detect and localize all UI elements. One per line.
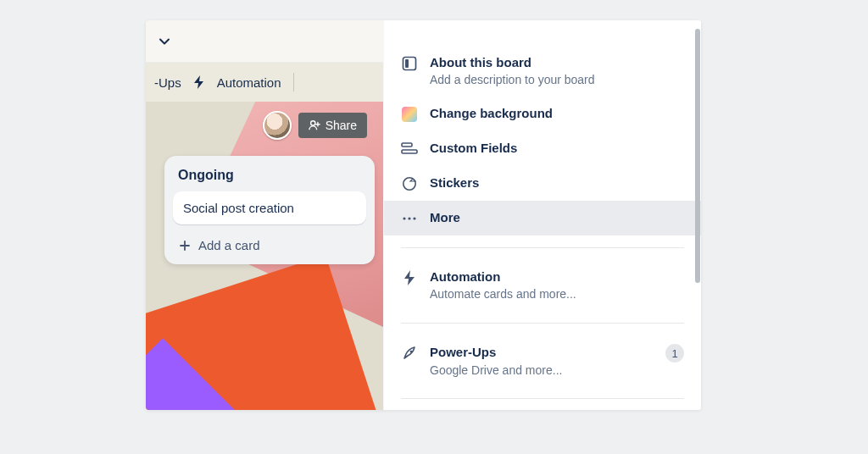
toolbar-divider: [293, 73, 294, 91]
chevron-down-button[interactable]: [153, 30, 176, 53]
menu-item-title: Power-Ups: [430, 344, 654, 361]
add-card-button[interactable]: Add a card: [173, 233, 366, 254]
topbar: [146, 20, 383, 63]
svg-rect-3: [402, 143, 412, 147]
board-toolbar-right: Share: [146, 102, 383, 149]
menu-divider: [401, 323, 684, 324]
menu-custom-fields[interactable]: Custom Fields: [384, 131, 701, 166]
svg-point-8: [413, 218, 415, 220]
svg-rect-4: [402, 150, 417, 153]
more-icon: [401, 210, 418, 227]
chevron-down-icon: [158, 35, 171, 48]
scrollbar[interactable]: [693, 20, 701, 410]
menu-item-title: Custom Fields: [430, 140, 684, 157]
plus-icon: [178, 239, 192, 252]
svg-point-6: [403, 218, 405, 220]
card[interactable]: Social post creation: [173, 191, 366, 224]
svg-rect-2: [405, 59, 409, 68]
menu-item-subtitle: Add a description to your board: [430, 72, 684, 88]
custom-fields-icon: [401, 141, 418, 158]
menu-power-ups[interactable]: Power-Ups Google Drive and more... 1: [384, 335, 701, 386]
add-card-label: Add a card: [198, 238, 260, 252]
menu-stickers[interactable]: Stickers: [384, 166, 701, 201]
rocket-icon: [401, 345, 418, 362]
board-toolbar: -Ups Automation: [146, 63, 383, 102]
menu-divider: [401, 398, 684, 399]
list-ongoing[interactable]: Ongoing Social post creation Add a card: [164, 156, 375, 264]
menu-divider: [401, 247, 684, 248]
menu-automation[interactable]: Automation Automate cards and more...: [384, 260, 701, 311]
add-user-icon: [309, 119, 320, 131]
list-title[interactable]: Ongoing: [173, 168, 366, 191]
svg-rect-1: [403, 58, 416, 70]
svg-point-7: [408, 218, 410, 220]
bolt-icon: [401, 269, 418, 286]
menu-item-title: Stickers: [430, 174, 684, 191]
board-menu-panel: About this board Add a description to yo…: [383, 20, 701, 410]
toolbar-divider: [374, 116, 375, 135]
menu-item-title: Automation: [430, 269, 684, 285]
scroll-thumb[interactable]: [695, 29, 700, 283]
menu-about-board[interactable]: About this board Add a description to yo…: [384, 46, 701, 97]
menu-change-background[interactable]: Change background: [384, 97, 701, 131]
automation-toolbar-button[interactable]: Automation: [217, 75, 281, 90]
board-icon: [401, 55, 418, 72]
share-button[interactable]: Share: [298, 113, 367, 138]
menu-item-subtitle: Automate cards and more...: [430, 286, 684, 302]
app-window: -Ups Automation Share Ongoing Social pos…: [146, 20, 701, 410]
menu-item-title: About this board: [430, 54, 684, 71]
powerups-label-tail[interactable]: -Ups: [154, 75, 181, 90]
svg-point-0: [310, 121, 314, 125]
background-swatch-icon: [401, 106, 418, 123]
card-title: Social post creation: [183, 201, 294, 215]
menu-item-title: More: [430, 209, 684, 226]
svg-point-9: [410, 351, 413, 353]
menu-item-subtitle: Google Drive and more...: [430, 363, 654, 379]
avatar[interactable]: [263, 111, 292, 140]
share-label: Share: [326, 119, 357, 132]
sticker-icon: [401, 175, 418, 192]
menu-more[interactable]: More: [384, 201, 701, 235]
powerups-count-badge: 1: [665, 344, 684, 363]
menu-item-title: Change background: [430, 105, 684, 122]
bolt-icon: [193, 75, 205, 89]
